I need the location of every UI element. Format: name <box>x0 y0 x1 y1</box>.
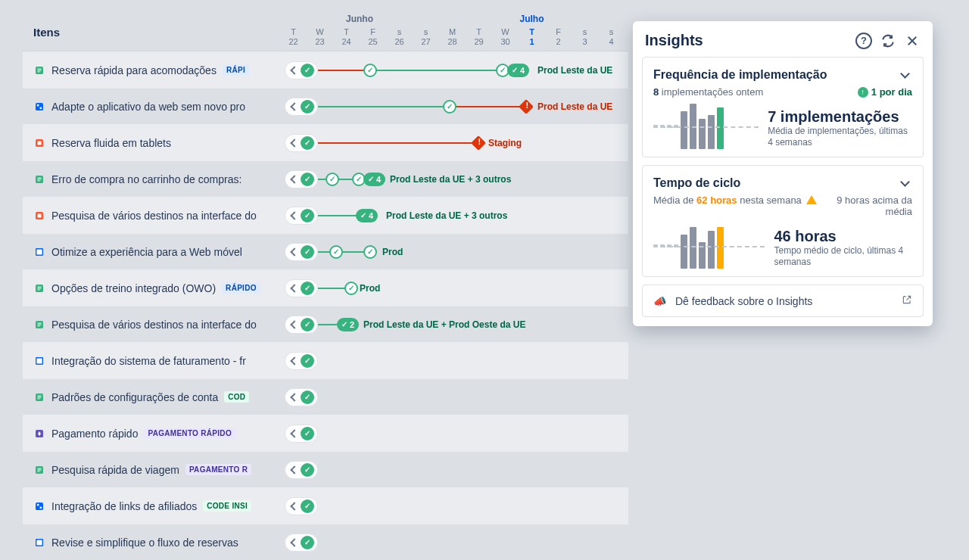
day-col: T22 <box>280 27 307 47</box>
item-tag: CODE INSI <box>203 500 251 512</box>
trend-up: ↑ 1 por dia <box>858 86 912 98</box>
issue-type-icon <box>33 500 45 512</box>
svg-rect-19 <box>36 539 43 546</box>
start-pill[interactable] <box>285 98 318 116</box>
env-label: Staging <box>488 138 522 148</box>
day-col: s3 <box>572 27 598 47</box>
start-pill[interactable] <box>285 170 318 188</box>
day-col: s4 <box>598 27 625 47</box>
close-icon[interactable] <box>904 33 921 49</box>
cycle-avg-stat: 46 horas <box>774 228 912 245</box>
timeline-cell: Prod <box>280 270 628 306</box>
issue-type-icon <box>33 210 45 222</box>
month-july: Julho <box>439 14 625 24</box>
timeline-cell: Staging <box>280 125 628 161</box>
item-title: Opções de treino integrado (OWO) <box>51 282 216 294</box>
deploy-count-badge: 2 <box>337 318 359 331</box>
item-title: Adapte o aplicativo da web sem novo pro <box>51 101 245 113</box>
table-row[interactable]: Integração de links de afiliados CODE IN… <box>23 487 628 524</box>
table-row[interactable]: Opções de treino integrado (OWO) RÁPIDO … <box>23 269 628 306</box>
item-cell: Erro de compra no carrinho de compras: <box>23 173 280 185</box>
start-pill[interactable] <box>285 388 318 406</box>
item-tag: RÁPIDO <box>222 282 260 294</box>
table-row[interactable]: Integração do sistema de faturamento - f… <box>23 342 628 378</box>
table-row[interactable]: Pagamento rápido PAGAMENTO RÁPIDO <box>23 415 628 451</box>
timeline-cell <box>280 343 628 379</box>
table-row[interactable]: Erro de compra no carrinho de compras: 4… <box>23 160 628 197</box>
chevron-down-icon[interactable] <box>899 176 912 190</box>
start-pill[interactable] <box>285 207 318 225</box>
chevron-left-icon <box>288 138 299 148</box>
table-row[interactable]: Reserva rápida para acomodações RÁPI 4Pr… <box>23 51 628 88</box>
start-pill[interactable] <box>285 497 318 515</box>
item-tag: PAGAMENTO R <box>185 464 251 475</box>
day-col: T24 <box>333 27 360 47</box>
deployment-frequency-card[interactable]: Frequência de implementação 8 implementa… <box>642 57 924 157</box>
start-pill[interactable] <box>285 243 318 261</box>
chevron-left-icon <box>288 501 299 512</box>
refresh-icon[interactable] <box>880 33 896 49</box>
env-label: Prod Leste da UE <box>537 65 612 76</box>
timeline-segment <box>318 70 363 71</box>
timeline-cell <box>280 379 628 415</box>
help-icon[interactable]: ? <box>855 33 872 49</box>
table-row[interactable]: Padrões de configurações de conta COD <box>23 378 628 415</box>
item-title: Otimize a experiência para a Web móvel <box>51 246 242 258</box>
check-icon <box>301 100 314 114</box>
timeline-segment <box>447 106 522 107</box>
timeline-cell: 4Prod Leste da UE + 3 outros <box>280 161 628 198</box>
check-icon <box>329 245 343 259</box>
timeline-segment <box>318 215 360 216</box>
arrow-up-icon: ↑ <box>858 87 868 98</box>
trend-warning: 9 horas acima da média <box>806 194 912 217</box>
start-pill[interactable] <box>285 134 318 152</box>
table-row[interactable]: Revise e simplifique o fluxo de reservas <box>23 524 628 560</box>
table-row[interactable]: Pesquisa de vários destinos na interface… <box>23 306 628 342</box>
item-title: Integração do sistema de faturamento - f… <box>51 355 246 367</box>
issue-type-icon <box>33 137 45 149</box>
table-row[interactable]: Adapte o aplicativo da web sem novo pro … <box>23 88 628 124</box>
issue-type-icon <box>33 428 45 440</box>
day-col: s27 <box>413 27 439 47</box>
deploy-count-badge: 4 <box>363 173 385 186</box>
item-cell: Padrões de configurações de conta COD <box>23 391 280 403</box>
items-column-header: Itens <box>23 14 280 51</box>
calendar-header: Junho Julho T22W23T24F25s26s27M28T29W30T… <box>280 14 628 51</box>
megaphone-icon: 📣 <box>653 295 666 307</box>
issue-type-icon <box>33 246 45 258</box>
cycle-time-card[interactable]: Tempo de ciclo Média de 62 horas nesta s… <box>642 165 924 277</box>
table-row[interactable]: Pesquisa de vários destinos na interface… <box>23 197 628 233</box>
day-col: s26 <box>386 27 413 47</box>
svg-rect-12 <box>36 357 43 364</box>
svg-rect-9 <box>36 248 43 255</box>
svg-rect-17 <box>37 503 39 506</box>
start-pill[interactable] <box>285 425 318 443</box>
item-title: Padrões de configurações de conta <box>51 391 218 403</box>
table-row[interactable]: Pesquisa rápida de viagem PAGAMENTO R <box>23 451 628 487</box>
alert-icon <box>519 99 534 114</box>
chevron-left-icon <box>288 247 299 257</box>
start-pill[interactable] <box>285 534 318 552</box>
table-row[interactable]: Reserva fluida em tablets Staging <box>23 124 628 160</box>
feedback-link[interactable]: 📣 Dê feedback sobre o Insights <box>642 285 924 317</box>
start-pill[interactable] <box>285 352 318 370</box>
card-title: Tempo de ciclo <box>653 176 899 190</box>
start-pill[interactable] <box>285 279 318 297</box>
item-title: Pesquisa de vários destinos na interface… <box>51 319 257 331</box>
start-pill[interactable] <box>285 461 318 479</box>
check-icon <box>301 173 314 186</box>
item-title: Reserva rápida para acomodações <box>51 64 217 76</box>
table-row[interactable]: Otimize a experiência para a Web móvel P… <box>23 233 628 269</box>
env-label: Prod Leste da UE + Prod Oeste da UE <box>363 319 525 330</box>
item-tag: COD <box>224 391 249 403</box>
warning-icon <box>806 195 817 204</box>
check-icon <box>301 136 314 150</box>
start-pill[interactable] <box>285 316 318 334</box>
chevron-down-icon[interactable] <box>899 68 912 82</box>
item-title: Revise e simplifique o fluxo de reservas <box>51 537 238 549</box>
check-icon <box>443 100 456 114</box>
start-pill[interactable] <box>285 61 318 79</box>
card-title: Frequência de implementação <box>653 68 899 82</box>
check-icon <box>301 536 314 549</box>
issue-type-icon <box>33 464 45 476</box>
